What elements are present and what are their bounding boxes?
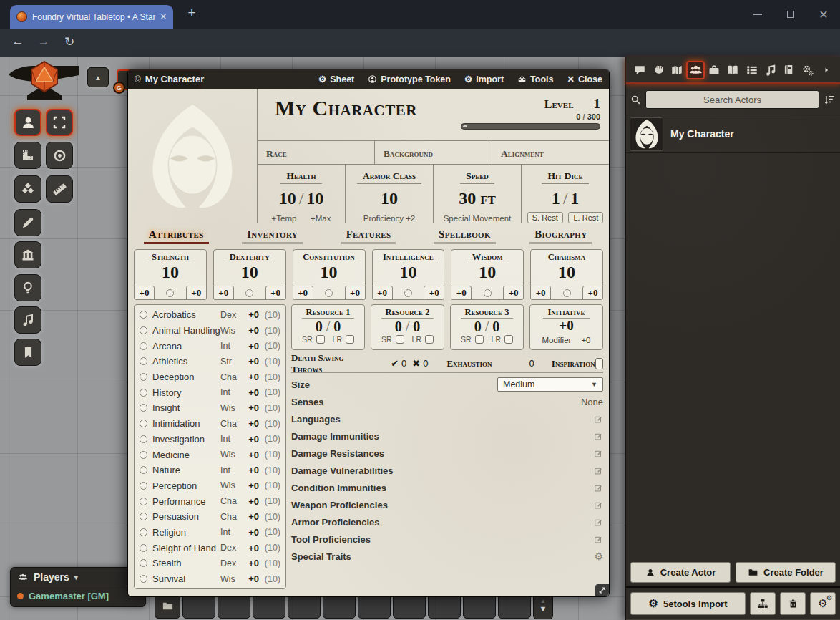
skill-name[interactable]: Deception: [152, 372, 220, 382]
window-resize-handle[interactable]: [595, 584, 609, 596]
skill-proficiency-radio[interactable]: [140, 544, 147, 552]
ability-card[interactable]: Dexterity 10 +0 +0: [213, 249, 286, 300]
player-row[interactable]: Gamemaster [GM]: [17, 591, 139, 601]
target-tool-button[interactable]: [46, 142, 73, 169]
delete-button[interactable]: [780, 592, 806, 615]
skill-row[interactable]: Acrobatics Dex +0 (10): [140, 307, 280, 323]
long-rest-checkbox[interactable]: [504, 335, 513, 344]
initiative-card[interactable]: Initiative +0 Modifier+0: [529, 304, 603, 350]
skill-proficiency-radio[interactable]: [140, 466, 147, 474]
health-vital[interactable]: Health 10/10 +Temp+Max: [258, 165, 345, 223]
measure-templates-button[interactable]: [14, 142, 41, 169]
window-close-button[interactable]: ✕: [807, 0, 840, 29]
skill-proficiency-radio[interactable]: [140, 498, 147, 505]
tab-compendium[interactable]: [780, 61, 799, 79]
skill-row[interactable]: Insight Wis +0 (10): [140, 400, 280, 416]
skill-row[interactable]: Deception Cha +0 (10): [140, 369, 280, 385]
ability-save-mod[interactable]: +0: [213, 286, 234, 300]
skill-row[interactable]: Athletics Str +0 (10): [140, 354, 280, 369]
ability-score[interactable]: 10: [373, 263, 444, 281]
sidebar-collapse-button[interactable]: [817, 61, 836, 79]
skill-name[interactable]: Intimidation: [152, 418, 220, 429]
token-controls-button[interactable]: [14, 109, 41, 136]
long-rest-checkbox[interactable]: [346, 335, 354, 344]
ability-check-mod[interactable]: +0: [265, 286, 286, 300]
skill-name[interactable]: Nature: [152, 465, 220, 475]
tab-biography[interactable]: Biography: [513, 228, 609, 244]
folder-hierarchy-button[interactable]: [750, 592, 776, 615]
foundry-logo[interactable]: [4, 60, 84, 105]
create-actor-button[interactable]: Create Actor: [630, 562, 731, 583]
select-tool-button[interactable]: [46, 109, 73, 136]
sound-controls-button[interactable]: [14, 306, 41, 334]
tab-playlists[interactable]: [761, 61, 780, 79]
tab-settings[interactable]: [799, 61, 817, 79]
actor-name[interactable]: My Character: [670, 128, 734, 140]
skill-proficiency-radio[interactable]: [140, 528, 147, 536]
edit-icon[interactable]: [594, 415, 603, 424]
skill-name[interactable]: Investigation: [152, 434, 220, 445]
skill-name[interactable]: Sleight of Hand: [152, 543, 220, 553]
tab-close-icon[interactable]: ✕: [160, 12, 167, 21]
search-input[interactable]: [645, 90, 819, 109]
edit-icon[interactable]: [594, 466, 603, 475]
skill-row[interactable]: Animal Handling Wis +0 (10): [140, 323, 280, 339]
skill-name[interactable]: Religion: [152, 527, 220, 538]
ability-card[interactable]: Strength 10 +0 +0: [134, 249, 207, 300]
xp-counter[interactable]: 0 / 300: [461, 112, 600, 121]
skill-proficiency-radio[interactable]: [140, 482, 147, 490]
death-success-count[interactable]: 0: [401, 358, 406, 369]
players-panel[interactable]: Players ▾ Gamemaster [GM]: [10, 567, 146, 607]
death-success-icon[interactable]: ✔: [391, 358, 399, 369]
new-tab-button[interactable]: +: [182, 3, 202, 23]
sheet-config-button[interactable]: ⚙Sheet: [318, 74, 354, 84]
ability-proficiency-radio[interactable]: [325, 289, 333, 297]
skill-proficiency-radio[interactable]: [140, 342, 147, 350]
window-minimize-button[interactable]: [741, 0, 774, 29]
skill-row[interactable]: Persuasion Cha +0 (10): [140, 509, 280, 525]
skill-name[interactable]: Acrobatics: [152, 309, 220, 320]
skill-proficiency-radio[interactable]: [140, 420, 147, 427]
ability-score[interactable]: 10: [531, 263, 602, 281]
configure-traits-gear-icon[interactable]: ⚙: [594, 551, 603, 562]
ability-proficiency-radio[interactable]: [245, 289, 253, 297]
speed-vital[interactable]: Speed 30 ft Special Movement: [433, 165, 521, 223]
ability-save-mod[interactable]: +0: [134, 286, 155, 300]
skill-row[interactable]: Intimidation Cha +0 (10): [140, 416, 280, 432]
ability-score[interactable]: 10: [451, 263, 523, 281]
skill-row[interactable]: Investigation Int +0 (10): [140, 432, 280, 447]
edit-icon[interactable]: [594, 535, 603, 544]
alignment-field[interactable]: Alignment: [492, 141, 609, 164]
skill-name[interactable]: Insight: [152, 402, 220, 413]
skill-row[interactable]: Nature Int +0 (10): [140, 462, 280, 478]
ability-score[interactable]: 10: [135, 263, 206, 281]
skill-name[interactable]: Animal Handling: [152, 325, 220, 336]
tab-inventory[interactable]: Inventory: [224, 228, 320, 244]
reload-button[interactable]: ↻: [60, 34, 79, 52]
actor-list-item[interactable]: My Character: [626, 115, 840, 153]
skill-proficiency-radio[interactable]: [140, 559, 147, 567]
tab-combat[interactable]: [649, 61, 668, 79]
ability-save-mod[interactable]: +0: [451, 286, 472, 300]
skill-name[interactable]: Perception: [152, 480, 220, 491]
scene-nav-toggle[interactable]: ▲: [87, 67, 109, 87]
skill-row[interactable]: Sleight of Hand Dex +0 (10): [140, 540, 280, 556]
skill-name[interactable]: Arcana: [152, 341, 220, 352]
game-canvas[interactable]: ▲ G: [0, 57, 840, 620]
edit-icon[interactable]: [594, 483, 603, 493]
prototype-token-button[interactable]: Prototype Token: [368, 74, 451, 84]
tab-journal[interactable]: [723, 61, 742, 79]
lighting-controls-button[interactable]: [14, 274, 41, 301]
character-portrait[interactable]: [128, 89, 258, 223]
ruler-tool-button[interactable]: [46, 175, 73, 203]
ability-proficiency-radio[interactable]: [563, 289, 571, 297]
tab-features[interactable]: Features: [321, 228, 416, 244]
create-folder-button[interactable]: Create Folder: [736, 562, 836, 583]
skill-name[interactable]: History: [152, 387, 220, 398]
short-rest-checkbox[interactable]: [475, 335, 484, 344]
skill-proficiency-radio[interactable]: [140, 389, 147, 397]
ability-card[interactable]: Intelligence 10 +0 +0: [372, 249, 445, 300]
skill-proficiency-radio[interactable]: [140, 373, 147, 381]
sort-icon[interactable]: [824, 94, 836, 106]
skill-name[interactable]: Persuasion: [152, 511, 220, 522]
